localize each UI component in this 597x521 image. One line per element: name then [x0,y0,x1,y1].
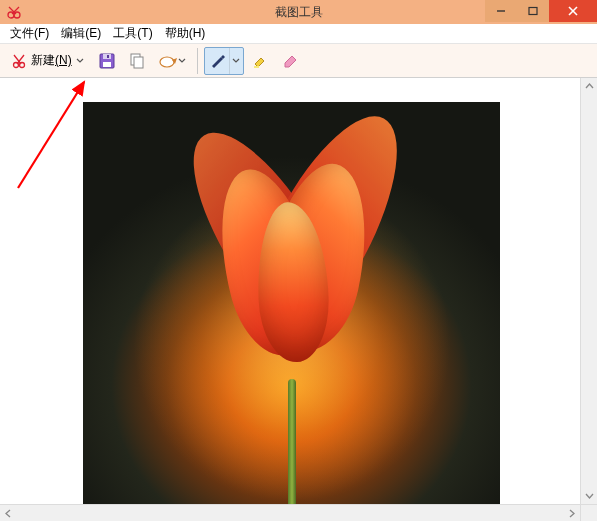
menu-tools-hotkey: (T) [137,26,152,40]
svg-rect-3 [529,8,537,15]
svg-rect-15 [254,66,259,68]
scissors-icon [11,53,27,69]
svg-point-14 [160,57,174,67]
horizontal-scrollbar[interactable] [0,504,580,521]
save-icon [98,52,116,70]
svg-rect-11 [107,55,109,58]
menu-edit-label: 编辑 [61,26,85,40]
email-icon [158,52,178,70]
toolbar-separator [197,48,198,74]
eraser-button[interactable] [276,47,304,75]
svg-rect-10 [103,62,111,67]
pen-icon [209,53,225,69]
captured-image[interactable] [83,102,500,519]
close-icon [567,5,579,17]
menu-edit[interactable]: 编辑(E) [55,23,107,44]
minimize-icon [496,6,506,16]
chevron-down-icon [585,491,594,500]
scroll-right-button[interactable] [563,505,580,521]
toolbar-group-annotate [204,47,304,75]
toolbar: 新建(N) [0,44,597,78]
chevron-down-icon [232,57,240,65]
chevron-up-icon [585,82,594,91]
new-snip-button[interactable]: 新建(N) [4,47,91,75]
scroll-down-button[interactable] [581,487,597,504]
menu-file-label: 文件 [10,26,34,40]
canvas-area [0,78,597,521]
eraser-icon [281,52,299,70]
menu-help-hotkey: (H) [189,26,206,40]
copy-button[interactable] [123,47,151,75]
titlebar: 截图工具 [0,0,597,24]
menu-tools[interactable]: 工具(T) [107,23,158,44]
toolbar-group-file: 新建(N) [4,47,191,75]
menu-edit-hotkey: (E) [85,26,101,40]
image-flower [162,112,422,392]
image-stem [288,379,296,519]
scrollbar-corner [580,504,597,521]
scroll-up-button[interactable] [581,78,597,95]
chevron-right-icon [567,509,576,518]
chevron-down-icon [76,57,84,65]
chevron-down-icon [178,57,186,65]
menu-help-label: 帮助 [165,26,189,40]
window-controls [485,0,597,22]
scroll-track[interactable] [581,95,597,487]
maximize-button[interactable] [517,0,549,22]
app-icon [6,4,22,20]
scroll-left-button[interactable] [0,505,17,521]
menu-help[interactable]: 帮助(H) [159,23,212,44]
menu-file[interactable]: 文件(F) [4,23,55,44]
vertical-scrollbar[interactable] [580,78,597,504]
window-title: 截图工具 [275,4,323,21]
save-button[interactable] [93,47,121,75]
new-snip-label: 新建(N) [31,52,72,69]
close-button[interactable] [549,0,597,22]
chevron-left-icon [4,509,13,518]
minimize-button[interactable] [485,0,517,22]
svg-rect-13 [134,57,143,68]
maximize-icon [528,6,538,16]
pen-button[interactable] [204,47,244,75]
copy-icon [128,52,146,70]
highlighter-icon [251,52,269,70]
highlighter-button[interactable] [246,47,274,75]
menubar: 文件(F) 编辑(E) 工具(T) 帮助(H) [0,24,597,44]
menu-file-hotkey: (F) [34,26,49,40]
email-button[interactable] [153,47,191,75]
menu-tools-label: 工具 [113,26,137,40]
scroll-track[interactable] [17,505,563,521]
